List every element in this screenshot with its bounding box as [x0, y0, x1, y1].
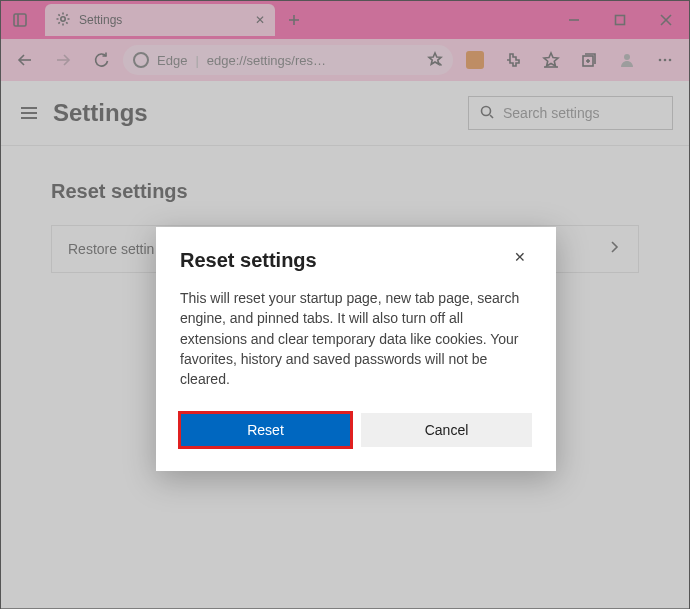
- cancel-button[interactable]: Cancel: [361, 413, 532, 447]
- reset-button[interactable]: Reset: [180, 413, 351, 447]
- dialog-actions: Reset Cancel: [180, 413, 532, 447]
- dialog-body: This will reset your startup page, new t…: [180, 288, 532, 389]
- dialog-title: Reset settings: [180, 249, 508, 272]
- window: Settings ✕ Edge: [0, 0, 690, 609]
- reset-dialog: Reset settings ✕ This will reset your st…: [156, 227, 556, 471]
- dialog-header: Reset settings ✕: [180, 249, 532, 272]
- dialog-close-icon[interactable]: ✕: [508, 249, 532, 265]
